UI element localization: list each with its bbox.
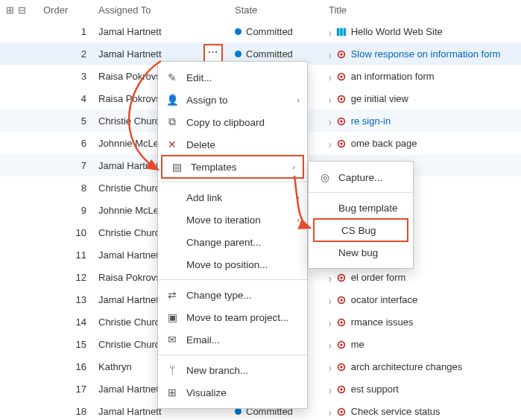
state-dot-icon [235, 28, 241, 35]
cell-title[interactable]: ›rmance issues [323, 311, 521, 333]
submenu-item-cs-bug[interactable]: CS Bug [313, 218, 408, 242]
chevron-right-icon: › [292, 162, 295, 171]
svg-rect-2 [343, 28, 346, 36]
chevron-right-icon: › [329, 405, 332, 418]
cell-assigned: Jamal Hartnett [92, 20, 198, 42]
chevron-right-icon: › [329, 338, 332, 351]
bug-icon [336, 317, 347, 328]
chevron-right-icon: › [329, 137, 332, 150]
bug-icon [336, 71, 347, 82]
menu-item-edit[interactable]: ✎Edit... [158, 66, 307, 89]
state-dot-icon [235, 408, 241, 415]
bug-icon [336, 407, 347, 417]
chevron-right-icon: › [329, 25, 332, 38]
menu-item-label: CS Bug [341, 225, 400, 236]
cell-state: Committed [229, 20, 323, 42]
work-item-title: ocator interface [351, 294, 418, 305]
expand-icon[interactable]: ⊞ [6, 4, 15, 16]
menu-item-add-link[interactable]: Add link› [158, 186, 307, 209]
cell-title[interactable]: ›Hello World Web Site [323, 20, 521, 42]
menu-item-visualize[interactable]: ⊞Visualize [158, 381, 307, 404]
cell-title[interactable]: ›ocator interface [323, 288, 521, 311]
menu-item-copy-to-clipboard[interactable]: ⧉Copy to clipboard [158, 111, 307, 133]
cell-title[interactable]: ›arch architecture changes [323, 355, 521, 378]
cell-order: 14 [37, 311, 92, 333]
cell-title[interactable]: ›el order form [323, 266, 521, 288]
menu-item-templates[interactable]: ▤Templates› [161, 155, 304, 179]
submenu-item-capture[interactable]: ◎Capture... [309, 166, 413, 188]
work-item-title: el order form [351, 272, 406, 283]
cell-order: 13 [37, 288, 92, 311]
column-header-assigned[interactable]: Assigned To [92, 0, 198, 20]
menu-item-new-branch[interactable]: ᛘNew branch... [158, 359, 307, 381]
cell-title[interactable]: ›est support [323, 378, 521, 400]
chevron-right-icon: › [329, 271, 332, 284]
work-item-title: est support [351, 384, 399, 395]
work-item-title: an information form [351, 71, 435, 82]
menu-item-change-type[interactable]: ⇄Change type... [158, 284, 307, 306]
cell-order: 8 [37, 176, 92, 199]
cell-title[interactable]: ›ome back page [323, 132, 521, 154]
menu-item-label: New bug [338, 247, 402, 258]
menu-item-email[interactable]: ✉Email... [158, 328, 307, 351]
table-row[interactable]: 1Jamal HartnettCommitted›Hello World Web… [0, 20, 521, 42]
assign-icon: 👤 [165, 94, 179, 106]
cell-order: 7 [37, 154, 92, 176]
story-icon [336, 27, 347, 37]
column-header-state[interactable]: State [229, 0, 323, 20]
work-item-title: rmance issues [351, 316, 414, 328]
menu-item-delete[interactable]: ✕Delete [158, 133, 307, 156]
bug-icon [336, 384, 347, 395]
menu-item-label: Move to team project... [186, 312, 300, 323]
cell-title[interactable]: ›an information form [323, 65, 521, 87]
work-item-link[interactable]: re sign-in [351, 115, 391, 127]
cell-order: 2 [37, 42, 92, 65]
chevron-right-icon: › [297, 215, 300, 224]
menu-item-label: Copy to clipboard [186, 117, 300, 128]
chevron-right-icon: › [297, 193, 300, 202]
svg-point-36 [340, 410, 343, 413]
chevron-right-icon: › [329, 92, 332, 105]
column-header-order[interactable]: Order [37, 0, 92, 20]
collapse-icon[interactable]: ⊟ [18, 4, 27, 16]
templates-submenu: ◎Capture...Bug templateCS BugNew bug [308, 161, 414, 269]
menu-divider [158, 279, 307, 280]
submenu-item-new-bug[interactable]: New bug [309, 241, 413, 264]
menu-item-label: Templates [191, 162, 285, 173]
cell-order: 3 [37, 65, 92, 87]
svg-point-28 [340, 321, 343, 324]
expand-collapse-header[interactable]: ⊞ ⊟ [0, 0, 37, 20]
cell-order: 12 [37, 266, 92, 288]
menu-item-assign-to[interactable]: 👤Assign to› [158, 89, 307, 111]
svg-point-4 [340, 53, 343, 56]
submenu-item-bug-template[interactable]: Bug template [309, 197, 413, 219]
chevron-right-icon: › [297, 95, 300, 104]
cell-order: 18 [37, 400, 92, 420]
templates-icon: ▤ [170, 161, 183, 173]
cell-title[interactable]: ›Slow response on information form [323, 42, 521, 65]
bug-icon [336, 273, 347, 283]
cell-order: 17 [37, 378, 92, 400]
work-item-title: ge initial view [351, 93, 408, 104]
menu-item-move-to-position[interactable]: Move to position... [158, 253, 307, 276]
menu-item-label: New branch... [186, 365, 300, 376]
visualize-icon: ⊞ [165, 386, 179, 398]
svg-point-10 [340, 120, 343, 123]
chevron-right-icon: › [329, 115, 332, 127]
svg-point-32 [340, 366, 343, 369]
cell-title[interactable]: ›Check service status [323, 400, 521, 420]
menu-item-move-to-team-project[interactable]: ▣Move to team project... [158, 306, 307, 328]
column-header-title[interactable]: Title [323, 0, 521, 20]
email-icon: ✉ [165, 334, 179, 346]
work-item-title: me [351, 339, 364, 350]
cell-title[interactable]: ›re sign-in [323, 109, 521, 132]
chevron-right-icon: › [329, 293, 332, 306]
menu-item-label: Change parent... [186, 237, 300, 248]
cell-title[interactable]: ›ge initial view [323, 87, 521, 109]
delete-icon: ✕ [165, 139, 179, 150]
work-item-link[interactable]: Slow response on information form [351, 48, 501, 60]
menu-item-move-to-iteration[interactable]: Move to iteration› [158, 209, 307, 231]
menu-item-change-parent[interactable]: Change parent... [158, 231, 307, 253]
menu-item-label: Move to position... [186, 259, 300, 270]
cell-title[interactable]: ›me [323, 333, 521, 355]
